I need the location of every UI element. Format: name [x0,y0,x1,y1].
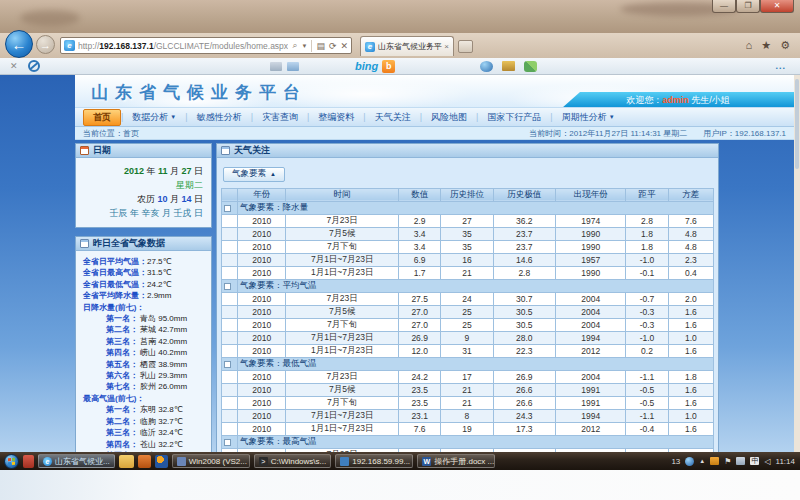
column-header: 历史极值 [493,188,555,201]
word-doc-icon: W [422,457,431,466]
nav-item-首页[interactable]: 首页 [83,109,121,126]
puzzle-plugin-icon[interactable] [524,61,537,72]
task-button[interactable]: Win2008 (VS2... [172,454,250,468]
new-tab-button[interactable] [458,40,473,53]
task-button[interactable]: >C:\Windows\s... [254,454,332,468]
media-plugin-icon[interactable] [480,61,493,72]
row-checkbox-cell [222,344,238,357]
action-center-flag-icon[interactable]: ⚑ [724,457,731,466]
favorites-star-icon[interactable]: ★ [761,38,771,52]
checkbox[interactable] [224,283,231,290]
caret-up-icon: ▲ [270,171,276,177]
bing-logo[interactable]: bing b [355,60,395,73]
task-button[interactable]: 192.168.59.99... [335,454,413,468]
compatibility-view-icon[interactable]: ▤ [316,41,325,51]
tab-close-icon[interactable]: × [444,42,449,51]
table-cell: 26.9 [399,331,441,344]
table-cell: 2010 [238,396,286,409]
home-icon[interactable]: ⌂ [746,38,753,52]
camera-icon[interactable] [502,61,515,71]
more-options-icon[interactable]: ... [775,61,786,71]
address-bar[interactable]: e http://192.168.137.1/GLCCLIMATE/module… [60,37,352,54]
clock[interactable]: 11:14 [776,457,795,466]
row-checkbox-cell [222,240,238,253]
checkbox[interactable] [224,439,231,446]
mail-icon[interactable] [287,62,299,71]
table-cell: 1990 [555,266,625,279]
table-cell: 24.3 [493,409,555,422]
tray-app-icon[interactable] [710,457,719,465]
screen-margin [0,470,800,500]
table-cell: 27.5 [399,292,441,305]
nav-item-周期性分析[interactable]: 周期性分析▼ [553,110,624,125]
column-header: 距平 [626,188,668,201]
table-cell: 27 [441,214,493,227]
table-cell: 1.6 [668,318,713,331]
ganzhi-date: 壬辰 年 辛亥 月 壬戌 日 [80,206,203,220]
element-filter-button[interactable]: 气象要素 ▲ [223,167,285,182]
table-cell: 9 [441,331,493,344]
task-buttons: Win2008 (VS2...>C:\Windows\s...192.168.5… [168,454,496,468]
table-cell: 23.5 [399,383,441,396]
nav-item-整编资料[interactable]: 整编资料 [309,110,363,125]
group-label-cell: 气象要素：最高气温 [238,435,714,448]
task-button-label: C:\Windows\s... [271,457,327,466]
pinned-app-icon[interactable] [23,455,34,468]
tray-network-globe-icon[interactable] [685,457,694,466]
explorer-folder-icon[interactable] [119,455,134,468]
column-header: 数值 [399,188,441,201]
group-checkbox-cell [222,201,238,214]
start-button[interactable] [4,454,19,469]
row-checkbox-cell [222,318,238,331]
nav-item-天气关注[interactable]: 天气关注 [366,110,420,125]
media-player-icon[interactable] [155,455,168,468]
window-close-button[interactable]: ✕ [760,0,794,13]
ime-language-icon[interactable]: 中 [750,457,759,465]
search-icon[interactable]: ⌕ [292,40,297,51]
sidebar: 日期 2012 年 11 月 27 日 星期二 农历 10 月 14 日 壬辰 … [75,143,212,452]
refresh-icon[interactable]: ⟳ [329,41,337,51]
task-button[interactable]: W操作手册.docx ... [417,454,495,468]
checkbox[interactable] [224,205,231,212]
browser-tab[interactable]: e 山东省气候业务平... × [360,36,454,56]
breadcrumb-bar: 当前位置：首页 当前时间：2012年11月27日 11:14:31 星期二 用户… [75,127,794,140]
page-scrollbar[interactable] [794,75,800,452]
rank-value: 苍山 32.2℃ [140,439,183,450]
ie-task-button[interactable]: e 山东省气候业... [38,454,115,468]
table-cell: 27.0 [399,318,441,331]
chevron-down-icon: ▼ [609,114,615,120]
network-icon[interactable] [736,457,745,465]
rank-label: 第一名： [78,313,138,324]
rank-row: 第四名：苍山 32.2℃ [78,439,209,450]
card-icon[interactable] [270,62,282,71]
forward-button[interactable]: → [36,35,55,54]
back-button[interactable]: ← [5,30,33,58]
window-maximize-button[interactable]: ❐ [736,0,760,13]
browser-navbar: ← → e http://192.168.137.1/GLCCLIMATE/mo… [0,33,800,58]
element-group-row: 气象要素：平均气温 [222,279,714,292]
table-cell: 17 [441,370,493,383]
table-cell: -1.1 [626,409,668,422]
scrollbar-thumb[interactable] [795,79,799,169]
tools-gear-icon[interactable]: ⚙ [780,38,790,52]
rank-row: 第一名：东明 32.8℃ [78,404,209,415]
main-panel-header: 天气关注 [217,144,718,158]
volume-icon[interactable]: ◁ [764,457,770,466]
pinned-app-icon[interactable] [138,455,151,468]
nav-item-数据分析[interactable]: 数据分析▼ [123,110,185,125]
nav-item-风险地图[interactable]: 风险地图 [422,110,476,125]
table-cell: 2010 [238,370,286,383]
nav-item-国家下行产品[interactable]: 国家下行产品 [478,110,550,125]
checkbox[interactable] [224,361,231,368]
nav-item-敏感性分析[interactable]: 敏感性分析 [188,110,251,125]
table-cell: 7月5候 [286,305,399,318]
nav-item-灾害查询[interactable]: 灾害查询 [253,110,307,125]
autocomplete-caret-icon[interactable]: ▼ [301,43,307,49]
group-checkbox-cell [222,279,238,292]
table-cell: 1990 [555,240,625,253]
show-hidden-icons[interactable]: ▲ [699,458,705,464]
table-cell: 2004 [555,292,625,305]
close-toolbar-icon[interactable]: ✕ [10,61,18,71]
stop-icon[interactable]: ✕ [340,41,348,51]
window-minimize-button[interactable]: — [712,0,736,13]
